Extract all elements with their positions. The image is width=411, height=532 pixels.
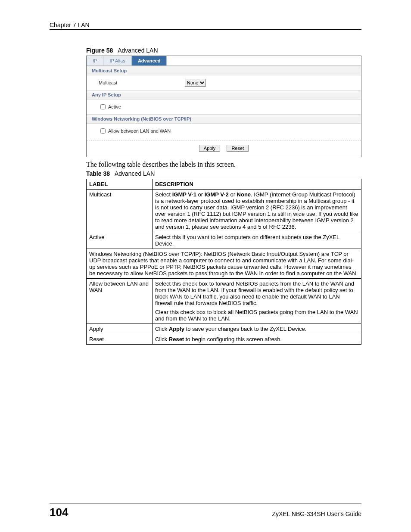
allow-checkbox[interactable] [100, 128, 106, 134]
table-header-row: LABEL DESCRIPTION [87, 179, 361, 190]
cell-label: Allow between LAN and WAN [87, 279, 153, 324]
label-multicast: Multicast [99, 80, 185, 85]
cell-label: Active [87, 232, 153, 249]
cell-label: Multicast [87, 190, 153, 232]
apply-button[interactable]: Apply [199, 145, 221, 152]
table-row: Active Select this if you want to let co… [87, 232, 361, 249]
page-footer: 104 ZyXEL NBG-334SH User's Guide [50, 504, 361, 519]
intro-text: The following table describes the labels… [86, 161, 361, 168]
tab-bar: IP IP Alias Advanced [87, 56, 361, 66]
table-row: Multicast Select IGMP V-1 or IGMP V-2 or… [87, 190, 361, 232]
reset-button[interactable]: Reset [227, 145, 249, 152]
cell-desc: Select this if you want to let computers… [153, 232, 361, 249]
table-row: Allow between LAN and WAN Select this ch… [87, 279, 361, 324]
cell-desc: Click Reset to begin configuring this sc… [153, 334, 361, 345]
table-label: Table 38 [86, 170, 110, 177]
label-active: Active [108, 104, 121, 109]
table-row: Reset Click Reset to begin configuring t… [87, 334, 361, 345]
multicast-select[interactable]: None [185, 79, 206, 87]
label-allow: Allow between LAN and WAN [108, 128, 171, 134]
active-checkbox[interactable] [100, 104, 106, 109]
cell-desc: Select this check box to forward NetBIOS… [153, 279, 361, 324]
page-number: 104 [50, 506, 68, 519]
cell-desc: Select IGMP V-1 or IGMP V-2 or None. IGM… [153, 190, 361, 232]
row-allow: Allow between LAN and WAN [87, 124, 361, 138]
screenshot-panel: IP IP Alias Advanced Multicast Setup Mul… [86, 56, 361, 157]
description-table: LABEL DESCRIPTION Multicast Select IGMP … [86, 179, 361, 345]
table-caption: Table 38 Advanced LAN [86, 170, 361, 177]
row-active: Active [87, 100, 361, 114]
figure-label: Figure 58 [86, 47, 113, 54]
section-multicast-setup: Multicast Setup [87, 66, 361, 75]
th-desc: DESCRIPTION [153, 179, 361, 190]
table-row: Apply Click Apply to save your changes b… [87, 324, 361, 334]
figure-caption: Figure 58 Advanced LAN [86, 47, 361, 54]
table-row: Windows Networking (NetBIOS over TCP/IP)… [87, 249, 361, 279]
cell-label: Reset [87, 334, 153, 345]
th-label: LABEL [87, 179, 153, 190]
cell-label: Apply [87, 324, 153, 334]
cell-span: Windows Networking (NetBIOS over TCP/IP)… [87, 249, 361, 279]
section-any-ip-setup: Any IP Setup [87, 90, 361, 100]
tab-advanced[interactable]: Advanced [132, 56, 167, 65]
table-title: Advanced LAN [115, 170, 155, 177]
guide-title: ZyXEL NBG-334SH User's Guide [272, 510, 361, 517]
running-head: Chapter 7 LAN [50, 22, 361, 30]
cell-desc: Click Apply to save your changes back to… [153, 324, 361, 334]
tab-ip[interactable]: IP [87, 56, 103, 65]
row-multicast: Multicast None [87, 75, 361, 90]
tab-ip-alias[interactable]: IP Alias [103, 56, 132, 65]
figure-title: Advanced LAN [118, 47, 158, 54]
section-netbios: Windows Networking (NetBIOS over TCP/IP) [87, 114, 361, 124]
button-row: Apply Reset [87, 140, 361, 157]
